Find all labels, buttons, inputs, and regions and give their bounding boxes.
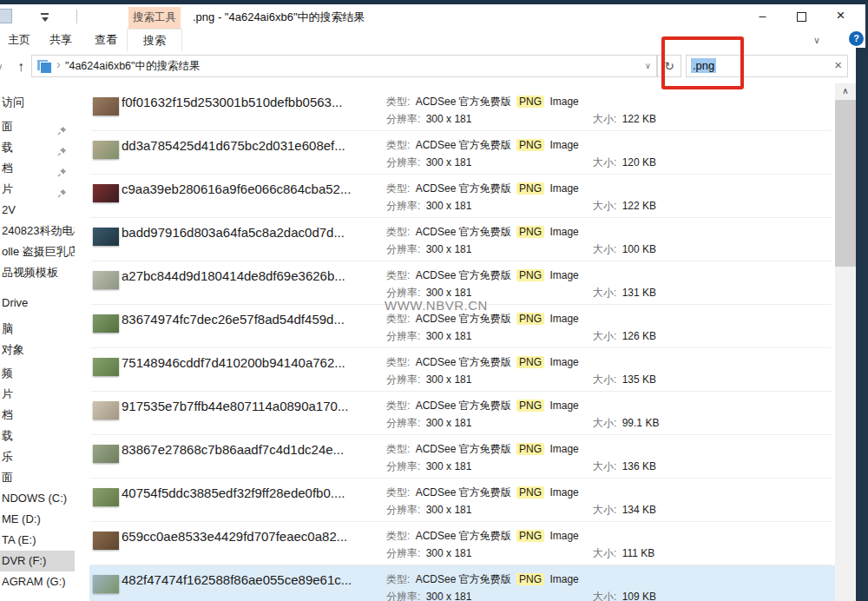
file-row[interactable]: dd3a785425d41d675bc2d031e608ef... 类型: AC…	[75, 131, 835, 175]
sidebar-item-label: 档	[2, 162, 13, 175]
size-label: 大小:	[593, 504, 616, 516]
tab-share[interactable]: 共享	[40, 29, 82, 50]
file-row[interactable]: 659cc0ae8533e4429fd707feaec0a82... 类型: A…	[75, 522, 835, 565]
sidebar-item[interactable]: DVR (F:)	[0, 551, 75, 571]
resolution-value: 300 x 181	[426, 330, 472, 342]
size-value: 109 KB	[622, 591, 656, 601]
scroll-up-icon[interactable]: ∧	[835, 83, 856, 98]
file-resolution-line: 分辨率: 300 x 181	[386, 590, 471, 601]
maximize-button[interactable]	[782, 4, 821, 29]
file-name: 482f47474f162588f86ae055ce89e61c...	[122, 572, 352, 587]
file-resolution-line: 分辨率: 300 x 181	[386, 459, 471, 474]
resolution-label: 分辨率:	[386, 287, 420, 299]
recent-locations-chevron-icon[interactable]: ∨	[0, 59, 9, 75]
file-size-line: 大小: 111 KB	[593, 546, 654, 561]
type-label: 类型:	[386, 530, 410, 542]
sidebar-item[interactable]: 载	[0, 137, 75, 158]
resolution-label: 分辨率:	[386, 200, 420, 212]
file-type-line: 类型: ACDSee 官方免费版 PNG Image	[386, 399, 579, 413]
sidebar-item-label: 面	[2, 471, 13, 484]
refresh-button[interactable]: ↻	[657, 55, 681, 77]
sidebar-item-label: ME (D:)	[2, 512, 41, 525]
file-row[interactable]: f0f01632f15d253001b510defbb0563... 类型: A…	[75, 88, 835, 131]
minimize-button[interactable]: –	[743, 4, 782, 29]
address-dropdown-chevron-icon[interactable]: ∨	[645, 61, 651, 70]
type-highlight: PNG	[516, 356, 544, 368]
clear-search-icon[interactable]: ×	[834, 57, 842, 72]
type-suffix: Image	[549, 139, 578, 151]
size-label: 大小:	[593, 330, 616, 342]
address-bar[interactable]: › "4a624ai6xb6"中的搜索结果 ∨	[31, 55, 657, 77]
sidebar-item[interactable]: 乐	[0, 446, 75, 467]
sidebar-item[interactable]: 载	[0, 426, 75, 446]
sidebar-item[interactable]: ME (D:)	[0, 509, 75, 530]
file-resolution-line: 分辨率: 300 x 181	[386, 503, 471, 518]
help-icon[interactable]: ?	[849, 31, 864, 46]
search-tools-contextual-tab[interactable]: 搜索工具	[128, 7, 181, 29]
resolution-value: 300 x 181	[426, 547, 472, 559]
qat-bar	[41, 13, 49, 15]
scrollbar-thumb[interactable]	[835, 100, 856, 267]
up-button[interactable]: ↑	[12, 56, 30, 77]
file-row[interactable]: 917535e7b7ffb44e807114a0890a170... 类型: A…	[75, 392, 835, 435]
sidebar-item[interactable]: 面	[0, 116, 75, 137]
file-type-line: 类型: ACDSee 官方免费版 PNG Image	[386, 138, 579, 153]
sidebar-item[interactable]: 档	[0, 158, 75, 179]
sidebar-item[interactable]: TA (E:)	[0, 530, 75, 551]
type-prefix: ACDSee 官方免费版	[416, 356, 511, 368]
type-label: 类型:	[386, 269, 410, 281]
file-thumbnail	[93, 314, 119, 333]
file-row[interactable]: badd97916d803a64fa5c8a2dac0d7d... 类型: AC…	[75, 218, 835, 261]
sidebar-item-label: 档	[2, 408, 13, 421]
type-label: 类型:	[386, 443, 410, 455]
sidebar-item[interactable]: 面	[0, 467, 75, 488]
file-name: badd97916d803a64fa5c8a2dac0d7d...	[122, 225, 345, 240]
sidebar-item[interactable]: 240823科劲电机	[0, 221, 75, 241]
expand-ribbon-chevron-icon[interactable]: ∨	[807, 30, 826, 50]
sidebar-item[interactable]: 片	[0, 384, 75, 405]
type-highlight: PNG	[516, 573, 544, 585]
type-label: 类型:	[386, 356, 410, 368]
file-type-line: 类型: ACDSee 官方免费版 PNG Image	[386, 355, 579, 370]
file-row[interactable]: c9aa39eb280616a9f6e066c864cba52... 类型: A…	[75, 175, 835, 218]
sidebar-item[interactable]: 访问	[0, 92, 75, 113]
type-suffix: Image	[549, 400, 578, 412]
close-button[interactable]: ×	[821, 4, 860, 29]
quick-access-toolbar-dropdown-icon[interactable]	[39, 12, 51, 23]
type-prefix: ACDSee 官方免费版	[416, 443, 511, 455]
file-row[interactable]: 75148946cddf7d410200b94140a762... 类型: AC…	[75, 348, 835, 392]
scrollbar[interactable]: ∧	[835, 83, 856, 601]
resolution-value: 300 x 181	[426, 156, 472, 168]
file-row[interactable]: 83867e27868c7b86aadf7c4d1dc24e... 类型: AC…	[75, 435, 835, 479]
file-size-line: 大小: 109 KB	[593, 590, 656, 601]
search-input[interactable]: .png ×	[686, 55, 848, 77]
tab-home[interactable]: 主页	[2, 29, 36, 50]
sidebar-item[interactable]: NDOWS (C:)	[0, 488, 75, 509]
sidebar-item[interactable]: 对象	[0, 340, 75, 360]
maximize-icon	[797, 12, 806, 22]
breadcrumb[interactable]: "4a624ai6xb6"中的搜索结果	[65, 59, 200, 74]
sidebar-item[interactable]: 脑	[0, 319, 75, 340]
resolution-label: 分辨率:	[386, 243, 420, 255]
sidebar-item[interactable]: 频	[0, 363, 75, 384]
file-row[interactable]: 482f47474f162588f86ae055ce89e61c... 类型: …	[75, 565, 835, 601]
sidebar-item[interactable]: 档	[0, 405, 75, 426]
sidebar-item[interactable]: Drive	[0, 293, 75, 314]
resolution-label: 分辨率:	[386, 330, 420, 342]
resolution-label: 分辨率:	[386, 417, 420, 429]
type-highlight: PNG	[516, 486, 544, 499]
sidebar-item[interactable]: 片	[0, 179, 75, 200]
resolution-value: 300 x 181	[426, 287, 472, 299]
sidebar-item[interactable]: AGRAM (G:)	[0, 571, 75, 592]
tab-view[interactable]: 查看	[85, 29, 127, 50]
tab-search[interactable]: 搜索	[127, 29, 182, 51]
type-highlight: PNG	[516, 139, 544, 151]
sidebar-item[interactable]: 品视频模板	[0, 262, 75, 283]
sidebar-item[interactable]: olle 盗摄巨乳店	[0, 241, 75, 262]
sidebar-item[interactable]: 2V	[0, 200, 75, 221]
file-resolution-line: 分辨率: 300 x 181	[386, 546, 471, 561]
type-prefix: ACDSee 官方免费版	[416, 182, 511, 195]
file-thumbnail	[93, 401, 119, 419]
resolution-value: 300 x 181	[426, 373, 472, 386]
file-row[interactable]: 40754f5ddc3885edf32f9ff28ede0fb0.... 类型:…	[75, 479, 835, 522]
